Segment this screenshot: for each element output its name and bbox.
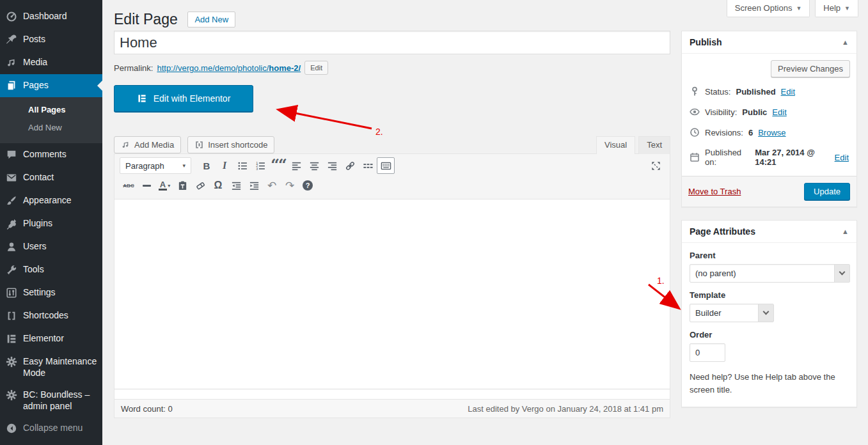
help-tab[interactable]: Help ▼ [815, 0, 858, 17]
sidebar-item-elementor[interactable]: Elementor [0, 327, 102, 350]
text-tab[interactable]: Text [638, 136, 670, 154]
insert-shortcode-button[interactable]: Insert shortcode [187, 136, 274, 153]
indent-button[interactable] [245, 177, 263, 194]
permalink-link[interactable]: http://vergo.me/demo/photolic/home-2/ [157, 63, 301, 73]
add-media-button[interactable]: Add Media [114, 136, 181, 153]
user-icon [5, 240, 18, 253]
editor-resize-handle[interactable] [114, 389, 670, 399]
sidebar-item-contact[interactable]: Contact [0, 166, 102, 189]
wordpress-edit-page-screen: Dashboard Posts Media Pages All Pages Ad… [0, 0, 868, 445]
bold-button[interactable]: B [198, 157, 216, 174]
page-attributes-header[interactable]: Page Attributes ▲ [682, 221, 856, 243]
horizontal-rule-button[interactable] [138, 177, 155, 194]
order-label: Order [690, 330, 849, 340]
numbered-list-button[interactable]: 123 [251, 157, 269, 174]
sidebar-item-easy-maintenance-mode[interactable]: Easy Maintenance Mode [0, 350, 102, 384]
permalink-label: Permalink: [114, 63, 153, 73]
sidebar-item-posts[interactable]: Posts [0, 28, 102, 51]
edit-with-elementor-button[interactable]: Edit with Elementor [114, 85, 253, 112]
toolbar-toggle-button[interactable] [377, 157, 395, 174]
clear-formatting-button[interactable] [191, 177, 209, 194]
editor-content-area[interactable] [114, 199, 670, 389]
sidebar-item-tools[interactable]: Tools [0, 258, 102, 281]
chevron-down-icon: ▼ [796, 5, 801, 12]
collapse-toggle-icon[interactable]: ▲ [842, 38, 849, 46]
visual-tab[interactable]: Visual [596, 136, 635, 154]
post-title-input[interactable] [114, 31, 670, 54]
parent-select[interactable]: (no parent) [690, 264, 850, 283]
browse-revisions-link[interactable]: Browse [758, 128, 785, 137]
edit-permalink-button[interactable]: Edit [304, 61, 328, 75]
keyboard-icon [381, 160, 391, 171]
align-left-button[interactable] [287, 157, 305, 174]
sidebar-item-comments[interactable]: Comments [0, 143, 102, 166]
page-attributes-help-text: Need help? Use the Help tab above the sc… [690, 371, 849, 396]
paste-as-text-button[interactable] [173, 177, 191, 194]
sidebar-item-collapse-menu[interactable]: Collapse menu [0, 417, 102, 440]
italic-button[interactable]: I [216, 157, 233, 174]
page-attributes-metabox: Page Attributes ▲ Parent (no parent) Tem… [681, 220, 857, 407]
paragraph-format-select[interactable]: Paragraph ▾ [120, 157, 191, 174]
bullet-list-button[interactable] [233, 157, 251, 174]
strikethrough-button[interactable]: ABC [120, 177, 138, 194]
clipboard-icon [177, 180, 188, 191]
screen-options-tab[interactable]: Screen Options ▼ [727, 0, 810, 17]
sidebar-item-media[interactable]: Media [0, 51, 102, 74]
insert-link-button[interactable] [341, 157, 359, 174]
help-button[interactable]: ? [299, 177, 317, 194]
preview-changes-button[interactable]: Preview Changes [771, 60, 850, 77]
special-character-button[interactable]: Ω [209, 177, 227, 194]
edit-published-date-link[interactable]: Edit [835, 153, 849, 162]
sidebar-item-settings[interactable]: Settings [0, 281, 102, 304]
chevron-down-icon: ▼ [844, 5, 850, 12]
sidebar-subitem-all-pages[interactable]: All Pages [0, 101, 102, 119]
add-new-button[interactable]: Add New [187, 12, 235, 27]
editor-tools-row: Add Media Insert shortcode Visual Text [114, 136, 670, 153]
move-to-trash-link[interactable]: Move to Trash [688, 187, 741, 196]
collapse-toggle-icon[interactable]: ▲ [842, 228, 849, 235]
blockquote-button[interactable]: ““ [269, 157, 287, 174]
align-center-button[interactable] [305, 157, 323, 174]
undo-button[interactable]: ↶ [263, 177, 281, 194]
page-title: Edit Page [114, 10, 178, 29]
align-right-button[interactable] [323, 157, 341, 174]
indent-icon [249, 180, 260, 191]
update-button[interactable]: Update [804, 183, 850, 200]
template-select[interactable]: Builder [690, 304, 774, 322]
parent-label: Parent [690, 251, 849, 260]
eraser-icon [195, 180, 206, 191]
screen-meta-links: Screen Options ▼ Help ▼ [727, 0, 858, 17]
calendar-icon [690, 152, 700, 162]
chevron-down-icon [758, 304, 773, 322]
text-color-button[interactable]: A▾ [155, 177, 173, 194]
publish-metabox-header[interactable]: Publish ▲ [682, 31, 856, 54]
editor-statusbar: Word count: 0 Last edited by Vergo on Ja… [114, 399, 670, 418]
sidebar-item-users[interactable]: Users [0, 235, 102, 258]
read-more-button[interactable] [359, 157, 377, 174]
svg-text:3: 3 [256, 167, 258, 171]
outdent-button[interactable] [227, 177, 245, 194]
order-input[interactable] [690, 343, 725, 362]
permalink-row: Permalink: http://vergo.me/demo/photolic… [114, 61, 670, 75]
edit-visibility-link[interactable]: Edit [772, 107, 786, 117]
sidebar-item-bc-boundless[interactable]: BC: Boundless – admin panel [0, 384, 102, 417]
sidebar-subitem-add-new[interactable]: Add New [0, 119, 102, 137]
sidebar-item-plugins[interactable]: Plugins [0, 212, 102, 235]
sidebar-item-dashboard[interactable]: Dashboard [0, 5, 102, 28]
editor-toolbar: Paragraph ▾ B I 123 ““ [114, 154, 670, 199]
align-left-icon [291, 160, 302, 171]
sidebar-item-pages[interactable]: Pages [0, 74, 102, 97]
published-on-row: Published on: Mar 27, 2014 @ 14:21 Edit [688, 143, 850, 172]
gear-icon [5, 389, 18, 402]
sidebar-item-shortcodes[interactable]: Shortcodes [0, 304, 102, 327]
template-label: Template [690, 290, 849, 300]
edit-status-link[interactable]: Edit [781, 87, 795, 97]
sidebar-item-appearance[interactable]: Appearance [0, 189, 102, 212]
outdent-icon [231, 180, 242, 191]
elementor-icon [5, 332, 18, 345]
fullscreen-button[interactable] [647, 157, 665, 174]
wrench-icon [5, 263, 18, 276]
plug-icon [5, 217, 18, 230]
align-right-icon [327, 160, 338, 171]
redo-button[interactable]: ↷ [281, 177, 299, 194]
